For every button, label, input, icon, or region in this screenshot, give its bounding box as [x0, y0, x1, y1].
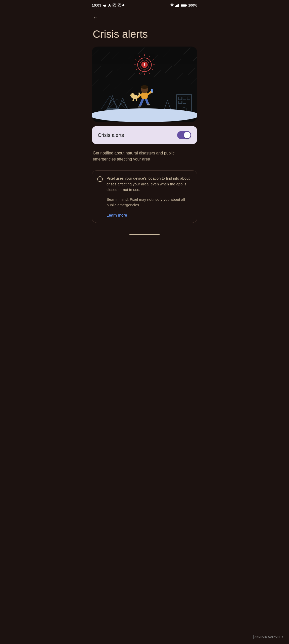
- svg-rect-11: [175, 6, 176, 7]
- cloud-icon: [103, 3, 107, 7]
- svg-point-5: [114, 5, 115, 6]
- status-notification-icons: [103, 3, 124, 7]
- signal-icon: [175, 4, 180, 7]
- info-text-primary: Pixel uses your device's location to fin…: [107, 176, 192, 193]
- battery-percentage: 100%: [188, 3, 197, 7]
- svg-rect-16: [186, 5, 187, 6]
- svg-rect-12: [176, 5, 177, 7]
- back-button-container: ←: [87, 9, 202, 24]
- status-bar: 10:03: [87, 0, 202, 9]
- svg-text:!: !: [144, 63, 145, 67]
- wifi-icon: [170, 4, 174, 7]
- instagram-icon-2: [117, 3, 121, 7]
- svg-marker-3: [108, 4, 111, 7]
- instagram-icon: [112, 3, 116, 7]
- svg-text:i: i: [100, 177, 101, 181]
- home-indicator: [87, 231, 202, 237]
- crisis-alerts-toggle[interactable]: [177, 131, 191, 139]
- svg-line-88: [133, 99, 134, 101]
- crisis-alerts-label: Crisis alerts: [98, 132, 124, 138]
- battery-icon: [181, 4, 187, 7]
- navigation-icon: [108, 4, 111, 7]
- info-text-secondary: Bear in mind, Pixel may not notify you a…: [107, 197, 192, 208]
- svg-point-77: [147, 104, 150, 105]
- svg-rect-17: [181, 4, 186, 6]
- svg-point-6: [115, 4, 116, 5]
- status-right: 100%: [170, 3, 197, 7]
- svg-line-89: [136, 99, 137, 101]
- svg-point-2: [104, 5, 106, 6]
- illustration-card: !: [92, 47, 197, 122]
- page-title: Crisis alerts: [87, 24, 202, 47]
- svg-point-10: [122, 4, 124, 6]
- svg-rect-13: [177, 5, 178, 7]
- svg-point-9: [120, 4, 121, 5]
- info-card-content: i Pixel uses your device's location to f…: [97, 176, 192, 218]
- back-button[interactable]: ←: [92, 13, 99, 22]
- info-card: i Pixel uses your device's location to f…: [92, 170, 197, 223]
- info-text-container: Pixel uses your device's location to fin…: [107, 176, 192, 218]
- crisis-alerts-description: Get notified about natural disasters and…: [87, 148, 202, 168]
- svg-point-80: [141, 85, 148, 89]
- crisis-alerts-toggle-card: Crisis alerts: [92, 126, 197, 144]
- status-time: 10:03: [92, 3, 101, 7]
- notification-dot: [122, 4, 124, 6]
- learn-more-link[interactable]: Learn more: [107, 213, 127, 217]
- svg-point-8: [119, 5, 120, 6]
- status-left: 10:03: [92, 3, 124, 7]
- svg-point-73: [92, 108, 197, 122]
- home-bar: [129, 234, 160, 235]
- crisis-illustration: !: [92, 47, 197, 122]
- info-icon: i: [97, 176, 103, 182]
- svg-rect-84: [151, 89, 153, 92]
- svg-rect-14: [178, 4, 179, 7]
- svg-rect-78: [141, 92, 148, 99]
